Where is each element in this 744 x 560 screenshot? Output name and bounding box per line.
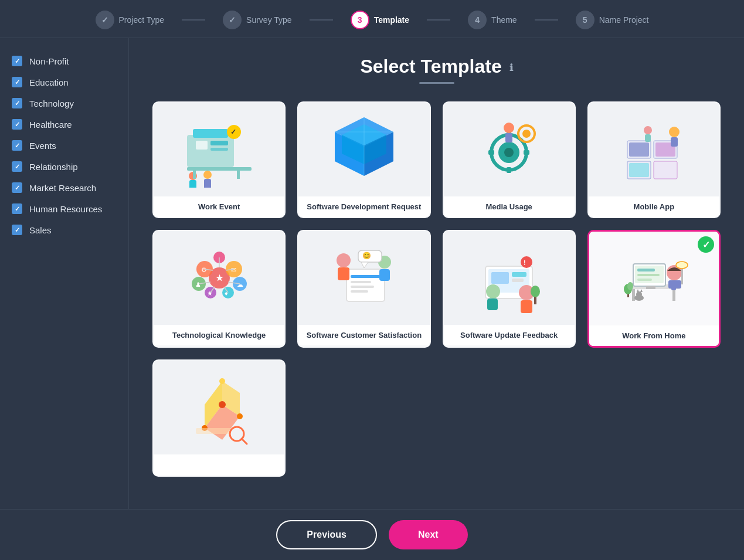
steps-bar: Project Type Survey Type 3 Template 4 Th… xyxy=(0,0,744,38)
svg-rect-85 xyxy=(521,300,532,313)
template-card-update-feedback[interactable]: ! Software Update Feedback xyxy=(443,230,576,348)
svg-text:😊: 😊 xyxy=(362,251,371,260)
svg-rect-10 xyxy=(204,179,211,188)
svg-rect-82 xyxy=(512,272,526,277)
svg-rect-73 xyxy=(338,267,349,280)
svg-rect-44 xyxy=(645,134,651,142)
checkbox-education[interactable] xyxy=(12,77,22,87)
template-img-work-event: ✓ xyxy=(154,103,284,196)
sidebar-item-relationship[interactable]: Relationship xyxy=(12,161,117,172)
svg-rect-99 xyxy=(637,274,660,276)
step-circle-survey-type xyxy=(223,11,242,29)
info-icon[interactable]: ℹ xyxy=(509,63,513,73)
svg-point-41 xyxy=(669,127,680,137)
template-label-customer-satisfaction: Software Customer Satisfaction xyxy=(298,325,429,345)
step-sep-4 xyxy=(535,19,558,21)
step-circle-theme: 4 xyxy=(468,11,487,29)
selected-checkmark: ✓ xyxy=(698,236,714,253)
template-grid: ✓ Work Event xyxy=(152,101,721,477)
svg-rect-38 xyxy=(629,142,649,157)
step-survey-type[interactable]: Survey Type xyxy=(223,11,292,29)
previous-button[interactable]: Previous xyxy=(276,520,377,549)
template-label-mobile-app: Mobile App xyxy=(589,196,719,217)
mobile-app-illustration xyxy=(616,111,692,188)
checkbox-relationship[interactable] xyxy=(12,161,22,172)
template-card-work-event[interactable]: ✓ Work Event xyxy=(152,101,286,218)
step-project-type[interactable]: Project Type xyxy=(96,11,165,29)
svg-rect-3 xyxy=(210,141,228,145)
template-card-software-dev[interactable]: Software Development Request xyxy=(297,101,430,218)
svg-point-9 xyxy=(203,171,212,179)
title-underline xyxy=(419,82,454,84)
work-event-illustration: ✓ xyxy=(181,111,257,188)
sidebar-item-human-resources[interactable]: Human Resources xyxy=(12,203,117,214)
svg-rect-42 xyxy=(671,137,678,147)
svg-text:☁: ☁ xyxy=(237,281,243,288)
template-img-update-feedback: ! xyxy=(444,231,575,325)
template-card-row3-1[interactable] xyxy=(152,359,286,477)
step-label-theme: Theme xyxy=(491,15,517,25)
sidebar-label-technology: Technology xyxy=(29,99,74,108)
sidebar-item-education[interactable]: Education xyxy=(12,77,117,87)
sidebar: Non-Profit Education Technology Healthca… xyxy=(0,38,129,509)
template-card-work-from-home[interactable]: ✓ xyxy=(587,230,721,348)
sidebar-item-technology[interactable]: Technology xyxy=(12,98,117,108)
content-area: Select Template ℹ ✓ xyxy=(129,38,744,509)
checkbox-human-resources[interactable] xyxy=(12,203,22,214)
step-sep-2 xyxy=(310,19,333,21)
checkbox-technology[interactable] xyxy=(12,98,22,108)
svg-text:!: ! xyxy=(524,259,526,266)
step-label-name-project: Name Project xyxy=(599,15,649,25)
svg-marker-77 xyxy=(361,262,368,268)
checkbox-market-research[interactable] xyxy=(12,182,22,193)
sidebar-label-non-profit: Non-Profit xyxy=(29,56,69,66)
svg-marker-111 xyxy=(637,289,639,292)
svg-rect-68 xyxy=(351,275,380,278)
svg-rect-100 xyxy=(637,279,652,281)
template-card-mobile-app[interactable]: Mobile App xyxy=(587,101,721,218)
template-card-tech-knowledge[interactable]: ★ ⚙ ✉ ♟ ☁ ★ ♦ xyxy=(152,230,286,348)
svg-rect-120 xyxy=(196,428,231,434)
svg-point-88 xyxy=(521,256,532,268)
svg-rect-81 xyxy=(491,272,509,284)
sidebar-item-non-profit[interactable]: Non-Profit xyxy=(12,56,117,66)
checkbox-non-profit[interactable] xyxy=(12,56,22,66)
template-img-software-dev xyxy=(298,103,429,196)
svg-rect-13 xyxy=(237,170,240,179)
customer-satisfaction-illustration: 😊 xyxy=(326,240,402,316)
sidebar-item-market-research[interactable]: Market Research xyxy=(12,182,117,193)
svg-rect-67 xyxy=(346,269,385,301)
row3-illustration xyxy=(181,369,257,446)
sidebar-item-events[interactable]: Events xyxy=(12,140,117,151)
svg-rect-40 xyxy=(629,163,649,177)
step-sep-1 xyxy=(182,19,205,21)
sidebar-item-sales[interactable]: Sales xyxy=(12,225,117,235)
checkbox-events[interactable] xyxy=(12,140,22,151)
step-label-project-type: Project Type xyxy=(119,15,165,25)
sidebar-item-healthcare[interactable]: Healthcare xyxy=(12,119,117,130)
tech-knowledge-illustration: ★ ⚙ ✉ ♟ ☁ ★ ♦ xyxy=(181,240,257,316)
template-card-media-usage[interactable]: Media Usage xyxy=(443,101,576,218)
work-from-home-illustration xyxy=(616,240,692,317)
step-circle-project-type xyxy=(96,11,114,29)
svg-point-110 xyxy=(636,291,642,297)
checkbox-healthcare[interactable] xyxy=(12,119,22,130)
step-name-project[interactable]: 5 Name Project xyxy=(576,11,649,29)
checkbox-sales[interactable] xyxy=(12,225,22,235)
svg-rect-75 xyxy=(379,269,390,281)
svg-point-91 xyxy=(531,286,540,297)
footer: Previous Next xyxy=(0,509,744,560)
svg-point-117 xyxy=(237,413,243,419)
next-button[interactable]: Next xyxy=(389,520,468,549)
step-template[interactable]: 3 Template xyxy=(351,11,409,29)
svg-rect-37 xyxy=(654,161,677,179)
step-label-template: Template xyxy=(374,15,409,25)
sidebar-label-human-resources: Human Resources xyxy=(29,204,102,214)
step-theme[interactable]: 4 Theme xyxy=(468,11,517,29)
svg-rect-93 xyxy=(632,289,635,301)
page-title: Select Template ℹ xyxy=(152,56,721,77)
template-card-customer-satisfaction[interactable]: 😊 Software Customer Satisfaction xyxy=(297,230,430,348)
svg-rect-2 xyxy=(196,141,208,150)
step-circle-name-project: 5 xyxy=(576,11,594,29)
template-label-software-dev: Software Development Request xyxy=(298,196,429,217)
